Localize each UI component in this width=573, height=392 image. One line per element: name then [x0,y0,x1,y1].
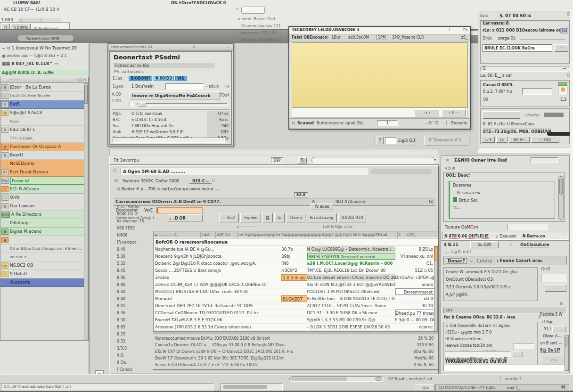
time-entry[interactable]: A.ru- 30)0m [115,204,152,211]
token-chip[interactable]: W& [175,76,187,81]
slider-track[interactable] [137,103,228,106]
side-input-1[interactable] [541,274,566,282]
time-entry[interactable]: 8.80 [115,281,152,288]
sidebar-list-item[interactable]: ▤ JDoor · Ba Lu Euroa [0,83,84,92]
sidebar-list-item[interactable]: T77~E.Oa6A. [0,134,84,143]
toolbar-button[interactable]: (o [274,213,285,222]
column-header-cell[interactable]: G7C_ [406,232,438,238]
check-daouaek[interactable]: ▫ Daouaek [496,234,516,238]
d-chip[interactable]: D [377,137,384,144]
owner-scrollbar-thumb[interactable] [559,179,563,195]
time-entry[interactable]: 8.06 [115,274,152,281]
password-dialog-titlebar[interactable]: Uereverwes/9r:r901.00 ① — [108,44,233,51]
blank-button[interactable] [483,111,520,119]
table-row[interactable]: aOmce OC3M_KaR 17 AOA @@@OK GACE X.O6ENo… [154,281,438,288]
outline-field[interactable]: N 878'0.06 OUTLELIE [444,234,489,239]
owner-title-box[interactable] [531,157,558,163]
sidebar-list-item[interactable]: i6 9 DotsU [0,270,84,278]
titlebar-close[interactable]: YS [463,28,467,32]
detail-scrollbar-thumb[interactable] [565,337,568,347]
time-entry[interactable]: 8.40 [115,246,152,253]
detail-scrollbar[interactable] [565,335,569,371]
sidebar-scrollbar[interactable] [84,83,88,340]
time-entry[interactable]: 8.25 [115,331,152,338]
slider-thumb[interactable] [139,102,146,106]
menu-1pm[interactable]: 1PM [377,35,387,40]
time-entry[interactable]: N4O6 [115,232,152,239]
table-row[interactable]: Nophende tue IA DE A @Gu... 30.7b N Go@ … [154,246,438,253]
table-scrollbar-thumb[interactable] [434,246,437,261]
token-chip[interactable]: ¥.00/D3 [154,76,174,81]
time-entry[interactable]: 9 Oa. [115,359,152,366]
slider-checkbox[interactable] [130,102,134,106]
time-entry[interactable]: 8.30 [115,317,152,324]
nav-button-1[interactable]: · r › [415,109,439,116]
table-row[interactable]: Dciberlc 2@rD@310 R otacc coaotcr .@nc.w… [154,260,438,267]
editor-titlebar[interactable]: TECACOREY LELOD.USVACOEE 1 1 YS [289,27,470,34]
tab-loony[interactable]: Loony [477,258,492,264]
detail-white-bar[interactable] [443,365,567,371]
yo-button[interactable]: Yo auee [311,204,333,210]
radio2-label[interactable]: ⊙ Rooter # p – 700 ⊙ norLou'oo wa uwoo m… [117,187,315,191]
menu-file[interactable]: Falat OBEnoosco: [292,35,328,40]
progress-strip[interactable]: O.— [480,66,570,72]
time-entry[interactable]: 5.35 [115,260,152,267]
opt-box[interactable] [514,343,534,349]
tab-peone[interactable]: : Foone Carart orac [497,258,543,263]
time-entry[interactable]: be ewrceer 78 [115,218,152,225]
sidebar-list-item[interactable]: ▫ P.O. B.ACcooo [0,185,84,194]
mini-button-3[interactable]: 8O 9~ [509,137,530,143]
sidebar-list-item[interactable]: ▥ Gar Lawson [0,202,84,211]
toolbar-button[interactable]: B.rrutxoaeg [307,213,337,222]
table-row[interactable]: RoecxH TXLaM.A.R Y E.E.91CK 06 S@b0t L.$… [154,317,438,324]
toolbar-button[interactable]: ▤ [262,213,273,222]
column-header-cell[interactable]: u≡ D@3@@ouc@/@ Or 3@@@@c@@@@@@ 8@@C @@@/… [237,232,342,238]
check-berreco[interactable]: N Berre.co [523,234,545,238]
sidebar-list-item[interactable]: ID Ecrt Durat Dzrona [0,168,84,177]
toggle-icon[interactable]: ~o [224,84,229,89]
table-row[interactable]: Moewad BUOVZOT Ih Br.0Ocrtooc – 8.008 AG… [154,295,438,302]
sidebar-list-item[interactable]: ⊟ RetR [0,100,84,109]
side-input-2[interactable] [545,284,566,292]
sidebar-list-item[interactable]: ▤ Pusrnooer Or Ocrpaco A [0,143,84,151]
time-entry[interactable]: 3/3)3 [115,345,152,352]
status-count-input[interactable]: 1 [377,120,398,126]
time-entry[interactable]: 8.40 [115,295,152,302]
toolbar-button[interactable]: —3a5! [219,213,239,222]
table-row[interactable]: Dimerront DH3 7E7.16 TV1d: 3o1oocute 9C … [154,302,438,310]
menu-bar[interactable]: AC C8 10 CF— (1/0 B 10 4 [4,7,59,12]
sidebar-list-item[interactable]: on oua: o [0,253,84,261]
table-row[interactable]: Artooooe (700.033.2.6.53.1d Canep emun o… [154,324,438,331]
sidebar-list-item[interactable]: ▥ 9@u@7 97&C9 [0,109,84,117]
time-entry[interactable]: 8.45 [115,267,152,274]
menu-edit[interactable]: LBur [332,35,340,40]
sidebar-list-item[interactable]: ⊡ DA.09.DC from Trs ofm [0,92,84,100]
side-r3-box[interactable] [552,326,565,332]
orange-input[interactable] [156,207,203,213]
password-input[interactable] [165,83,203,90]
column-header-cell[interactable]: XAT GO [216,232,237,238]
time-entry[interactable]: X.0. [115,352,152,359]
time-entry[interactable]: 5.30 [115,253,152,260]
sidebar-list-item[interactable]: ▦ B@aa M.aceno [0,228,84,236]
sidebar-list-item[interactable]: se NS.BC2 OB [0,261,84,270]
table-row[interactable]: MOrOO11 ENLSTILE B CDC O/hv: coots 38 9.… [154,288,438,295]
sidebar-list-titlebar[interactable]: ·········· – ▢ × [0,77,88,83]
detail-input-button[interactable] [513,351,523,357]
profile-dropdown[interactable]: Inowro re DigaReroaMo FoACoocrk [130,91,220,99]
dialog-footer-input[interactable]: ---- [113,138,225,143]
connect-button[interactable]: Eooucte [446,121,467,125]
record-dropdown[interactable]: BRULE EC.CLOOK ReCra [483,44,552,52]
nav-button-2[interactable]: ‹ 9 — [442,109,466,116]
tu-chip[interactable]: Tu [298,157,307,163]
tab-fragment[interactable]: — [241,7,265,14]
column-header-cell[interactable]: ≣ ———— G [154,232,201,238]
time-entry[interactable]: 9.33 [115,338,152,345]
column-header-cell[interactable]: 14/6 [201,232,216,238]
table-row[interactable]: CCGresat CoOMmenc TO,930TOUTLEO 0157- PU… [154,310,438,317]
sidebar-list-item[interactable]: R InLa 58.8r L [0,126,84,134]
mini-button-4[interactable]: — O01 [531,137,559,143]
warning-tab[interactable]: ▲ ,D OR [167,214,203,221]
time-entry[interactable]: 8.05 [115,302,152,310]
header-field[interactable]: A Ogen 5M-68 E.AD ......... [121,168,368,175]
